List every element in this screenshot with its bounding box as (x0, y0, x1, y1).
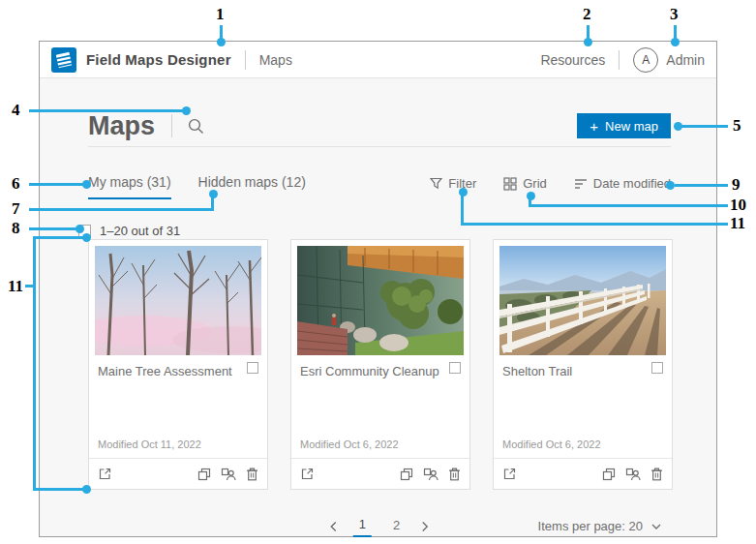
pagination-row: 1 2 Items per page: 20 (88, 515, 671, 540)
callout-line (220, 25, 223, 39)
map-thumbnail-trail-fence (499, 246, 666, 355)
trash-icon (448, 468, 461, 481)
callout-line (461, 223, 728, 226)
callout-number-9: 9 (732, 176, 741, 194)
resources-link[interactable]: Resources (540, 52, 605, 68)
pager: 1 2 (330, 515, 429, 537)
trash-icon (246, 468, 258, 481)
screenshot-page: Field Maps Designer Maps Resources A Adm… (0, 0, 756, 544)
launch-icon (300, 467, 315, 481)
plus-icon: + (590, 118, 598, 135)
header-divider-right (619, 50, 620, 70)
map-card[interactable]: Maine Tree Assessment Modified Oct 11, 2… (88, 239, 268, 490)
duplicate-icon (602, 468, 616, 481)
callout-line (29, 227, 77, 230)
grid-icon (503, 177, 517, 191)
callout-dot (82, 233, 91, 242)
callout-line (29, 183, 83, 186)
card-modified-date: Modified Oct 11, 2022 (95, 438, 261, 450)
avatar[interactable]: A (633, 47, 658, 73)
card-checkbox[interactable] (449, 362, 461, 374)
card-checkbox[interactable] (247, 362, 258, 374)
callout-dot (182, 106, 191, 115)
delete-button[interactable] (448, 468, 461, 481)
callout-number-10: 10 (730, 196, 746, 214)
open-map-button[interactable] (98, 467, 112, 481)
share-group-button[interactable] (625, 468, 641, 481)
filter-button[interactable]: Filter (430, 176, 476, 191)
callout-dot (584, 38, 592, 46)
callout-dot (209, 190, 218, 198)
callout-dot (76, 225, 84, 233)
duplicate-icon (400, 468, 413, 481)
card-title: Esri Community Cleanup (300, 364, 439, 378)
open-map-button[interactable] (502, 467, 517, 481)
map-card[interactable]: Shelton Trail Modified Oct 6, 2022 (493, 239, 673, 490)
sort-icon (574, 178, 588, 190)
grid-view-button[interactable]: Grid (503, 176, 547, 191)
sort-button[interactable]: Date modified (574, 176, 671, 191)
callout-line (674, 25, 677, 39)
user-name[interactable]: Admin (666, 52, 705, 68)
delete-button[interactable] (246, 468, 258, 481)
header-divider (245, 50, 246, 70)
esri-logo-icon (51, 47, 76, 73)
callout-dot (666, 181, 675, 190)
duplicate-button[interactable] (400, 468, 413, 481)
items-per-page-select[interactable]: Items per page: 20 (538, 519, 661, 533)
callout-line (29, 109, 183, 112)
share-group-button[interactable] (423, 468, 438, 481)
title-divider (171, 114, 172, 137)
nav-item-maps[interactable]: Maps (259, 52, 292, 68)
duplicate-button[interactable] (197, 468, 211, 481)
duplicate-icon (197, 468, 211, 481)
map-thumbnail-campus-building (297, 246, 464, 355)
card-checkbox[interactable] (651, 362, 663, 374)
tab-my-maps[interactable]: My maps (31) (88, 174, 171, 199)
chevron-down-icon (651, 524, 661, 529)
new-map-button[interactable]: + New map (577, 113, 671, 138)
launch-icon (502, 467, 517, 481)
range-label: 1–20 out of 31 (100, 224, 180, 238)
callout-number-5: 5 (733, 117, 741, 135)
card-title: Maine Tree Assessment (98, 364, 232, 378)
callout-line (33, 236, 36, 491)
map-thumbnail-winter-trees (95, 246, 261, 355)
callout-number-3: 3 (670, 6, 679, 23)
callout-line (529, 204, 728, 207)
selection-bar: 1–20 out of 31 (78, 224, 180, 238)
card-modified-date: Modified Oct 6, 2022 (499, 438, 666, 450)
group-icon (625, 468, 641, 481)
callout-dot (671, 38, 680, 46)
callout-line (587, 25, 590, 39)
callout-line (33, 488, 83, 491)
callout-dot (82, 180, 91, 189)
callout-line (461, 195, 464, 226)
callout-number-11: 11 (730, 215, 745, 232)
app-window: Field Maps Designer Maps Resources A Adm… (39, 41, 717, 537)
share-group-button[interactable] (221, 468, 236, 481)
page-button-2[interactable]: 2 (387, 516, 406, 536)
callout-number-8: 8 (12, 220, 20, 237)
page-button-1[interactable]: 1 (353, 515, 372, 537)
search-icon[interactable] (187, 117, 205, 136)
callout-line (675, 184, 728, 187)
callout-number-7: 7 (12, 200, 20, 218)
callout-number-2: 2 (583, 6, 591, 23)
tabs-row: My maps (31) Hidden maps (12) Filter (88, 174, 671, 203)
callout-line (33, 236, 83, 239)
card-modified-date: Modified Oct 6, 2022 (297, 438, 464, 450)
trash-icon (650, 468, 663, 481)
callout-line (29, 208, 214, 211)
launch-icon (98, 467, 112, 481)
chevron-left-icon[interactable] (330, 521, 338, 532)
app-title: Field Maps Designer (86, 51, 231, 68)
chevron-right-icon[interactable] (421, 521, 429, 532)
duplicate-button[interactable] (602, 468, 616, 481)
card-title: Shelton Trail (502, 364, 572, 378)
callout-number-6: 6 (12, 175, 20, 193)
callout-line (681, 125, 728, 128)
delete-button[interactable] (650, 468, 663, 481)
open-map-button[interactable] (300, 467, 315, 481)
map-card[interactable]: Esri Community Cleanup Modified Oct 6, 2… (290, 239, 470, 490)
